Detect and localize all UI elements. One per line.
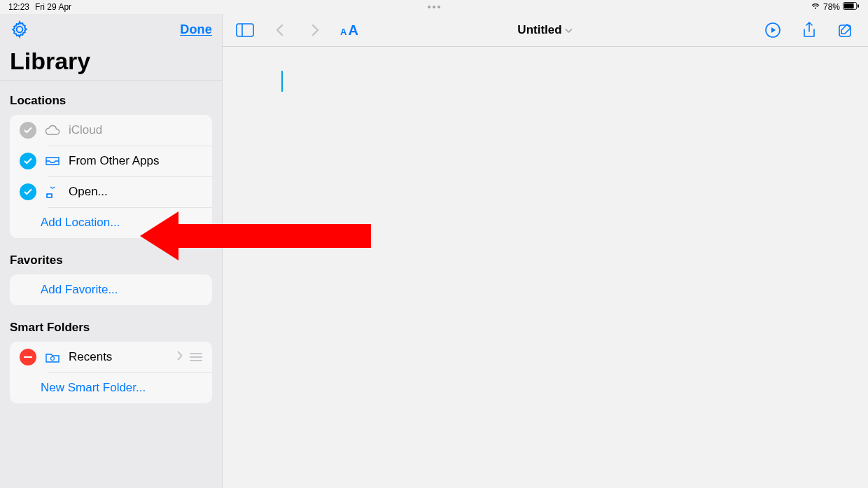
forward-button[interactable] [305,20,325,40]
sidebar-icon [236,23,254,37]
svg-point-4 [51,357,55,361]
main-area: A A Untitled [223,14,868,488]
share-icon [802,21,817,39]
svg-rect-2 [858,4,859,8]
window-grab-handle[interactable] [428,6,440,8]
text-size-large-icon: A [348,22,358,39]
main-toolbar: A A Untitled [223,14,868,47]
location-row-open[interactable]: Open... [10,176,212,207]
text-cursor [281,71,283,92]
back-button[interactable] [270,20,290,40]
location-label: Open... [69,185,202,199]
location-row-other-apps[interactable]: From Other Apps [10,146,212,176]
battery-icon [843,2,860,12]
play-circle-icon [764,22,781,39]
editor-area[interactable] [223,47,868,488]
smart-folder-label: Recents [69,350,169,364]
add-location-button[interactable]: Add Location... [10,207,212,238]
new-smart-folder-button[interactable]: New Smart Folder... [10,372,212,403]
checkmark-icon[interactable] [20,153,36,169]
location-label: iCloud [69,123,202,137]
checkmark-icon[interactable] [20,183,36,200]
compose-button[interactable] [836,20,855,40]
chevron-down-icon [565,23,573,37]
status-battery: 78% [823,2,840,12]
smart-folders-group: Recents New Smart Folder... [10,342,212,403]
favorites-group: Add Favorite... [10,274,212,305]
play-preview-button[interactable] [763,20,783,40]
sidebar: Done Library Locations iCloud [0,14,223,488]
smart-folders-header: Smart Folders [10,321,212,335]
add-favorite-button[interactable]: Add Favorite... [10,274,212,305]
svg-rect-3 [47,194,52,197]
locations-header: Locations [10,94,212,108]
document-title-button[interactable]: Untitled [517,23,573,37]
chevron-right-icon [310,23,320,37]
text-size-button[interactable]: A A [340,22,358,39]
done-button[interactable]: Done [180,22,212,37]
cloud-icon [45,125,60,136]
toggle-sidebar-button[interactable] [235,20,255,40]
text-size-small-icon: A [340,27,346,37]
locations-group: iCloud From Other Apps [10,115,212,238]
location-label: From Other Apps [69,154,202,168]
status-date: Fri 29 Apr [35,2,71,12]
favorites-header: Favorites [10,253,212,267]
compose-icon [837,22,854,39]
wifi-icon [811,2,820,12]
svg-rect-5 [237,24,253,36]
status-time: 12:23 [8,2,29,12]
settings-button[interactable] [10,20,29,39]
chevron-right-icon [177,350,183,364]
svg-rect-1 [844,4,854,8]
chevron-left-icon [275,23,285,37]
smart-folder-icon [45,351,60,363]
document-title: Untitled [517,23,561,37]
drag-handle-icon[interactable] [190,353,202,361]
remove-button[interactable] [20,349,36,365]
inbox-icon [45,155,60,167]
open-folder-icon [45,186,60,198]
page-title: Library [10,48,212,75]
gear-icon [10,20,29,39]
share-button[interactable] [799,20,819,40]
checkmark-icon[interactable] [20,122,36,139]
smart-folder-row-recents[interactable]: Recents [10,342,212,372]
location-row-icloud[interactable]: iCloud [10,115,212,146]
